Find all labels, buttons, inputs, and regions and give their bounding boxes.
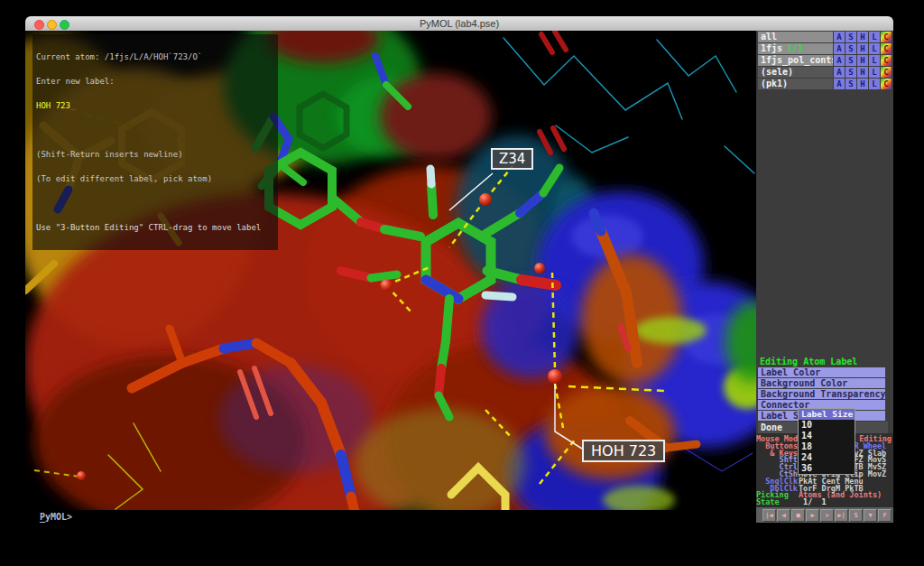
label-button[interactable]: L [869,32,880,42]
hide-button[interactable]: H [857,32,868,42]
stop-button[interactable]: ■ [791,509,805,522]
show-button[interactable]: S [845,43,856,54]
hint-pick: (To edit different label, pick atom) [36,175,274,183]
object-name[interactable]: 1fjs_pol_conts [758,55,833,66]
movie-controls: |◀ ◀ ■ ▶ > ▶| S ▼ F [756,507,893,523]
action-button[interactable]: A [834,32,845,42]
color-button[interactable]: C [881,67,892,78]
label-input-line[interactable]: HOH 723_ [36,102,274,110]
enter-label-text: Enter new label: [36,78,274,86]
object-name[interactable]: (sele) [758,67,833,78]
color-button[interactable]: C [881,55,892,66]
prompt-cursor: _ [40,512,45,522]
hide-button[interactable]: H [857,67,868,78]
label-size-dropdown: Label Size 10 14 18 24 36 [798,408,855,475]
pymol-window: PyMOL (lab4.pse) [25,16,893,523]
label-button[interactable]: L [869,79,880,89]
action-button[interactable]: A [834,67,845,78]
dropdown-item-36[interactable]: 36 [799,463,855,474]
action-button[interactable]: A [834,79,845,89]
dropdown-item-24[interactable]: 24 [799,452,855,463]
action-button[interactable]: A [834,55,845,66]
scene-label-hoh723[interactable]: HOH 723 [582,440,665,462]
scene-label-z34[interactable]: Z34 [491,148,533,170]
object-name[interactable]: (pk1) [758,79,833,89]
rewind-button[interactable]: |◀ [762,509,776,522]
show-button[interactable]: S [845,32,856,42]
show-button[interactable]: S [845,67,856,78]
internal-gui-panel: all A S H L C 1fjs1/1 A S H L C 1fjs_pol… [756,31,893,523]
scene-button[interactable]: S [849,509,863,522]
dropdown-item-18[interactable]: 18 [799,441,855,452]
hint-move-label: Use "3-Button Editing" CTRL-drag to move… [36,224,274,232]
show-button[interactable]: S [845,79,856,89]
step-back-button[interactable]: ◀ [777,509,790,522]
dropdown-title: Label Size [799,409,855,420]
rock-button[interactable]: ▼ [864,509,877,522]
text-cursor: _ [70,101,75,110]
current-atom-text: Current atom: /1fjs/L/A/HOH`723/O` [36,53,274,61]
state-badge: 1/1 [787,43,803,53]
dropdown-item-10[interactable]: 10 [799,420,855,431]
color-button[interactable]: C [881,32,892,42]
menu-item-label-color[interactable]: Label Color [758,367,885,378]
action-button[interactable]: A [834,43,845,54]
step-forward-button[interactable]: > [820,509,834,522]
molecule-viewport[interactable]: Current atom: /1fjs/L/A/HOH`723/O` Enter… [25,31,756,510]
object-list: all A S H L C 1fjs1/1 A S H L C 1fjs_pol… [758,32,892,90]
hide-button[interactable]: H [857,79,868,89]
label-wizard-overlay: Current atom: /1fjs/L/A/HOH`723/O` Enter… [32,34,278,250]
object-row-1fjs: 1fjs1/1 A S H L C [758,43,892,54]
object-row-1fjs-pol-conts: 1fjs_pol_conts A S H L C [758,55,892,66]
object-row-sele: (sele) A S H L C [758,67,892,78]
command-line[interactable]: PyMOL>_ [25,510,756,523]
object-name[interactable]: 1fjs1/1 [758,43,833,54]
hint-newline: (Shift-Return inserts newline) [36,151,274,159]
hide-button[interactable]: H [857,43,868,54]
color-button[interactable]: C [881,79,892,89]
window-title: PyMOL (lab4.pse) [25,18,893,29]
label-button[interactable]: L [869,43,880,54]
wizard-title: Editing Atom Label [758,356,892,367]
title-bar[interactable]: PyMOL (lab4.pse) [25,16,893,32]
label-button[interactable]: L [869,67,880,78]
hide-button[interactable]: H [857,55,868,66]
menu-item-background-color[interactable]: Background Color [758,378,885,389]
show-button[interactable]: S [845,55,856,66]
object-row-all: all A S H L C [758,32,892,42]
fullscreen-button[interactable]: F [878,509,892,522]
object-name[interactable]: all [758,32,833,42]
object-row-pk1: (pk1) A S H L C [758,79,892,89]
state-row: State 1/ 1 [756,498,893,506]
play-button[interactable]: ▶ [806,509,819,522]
menu-item-background-transparency[interactable]: Background Transparency [758,389,885,400]
color-button[interactable]: C [881,43,892,54]
fast-forward-button[interactable]: ▶| [835,509,848,522]
dropdown-item-14[interactable]: 14 [799,431,855,441]
label-button[interactable]: L [869,55,880,66]
